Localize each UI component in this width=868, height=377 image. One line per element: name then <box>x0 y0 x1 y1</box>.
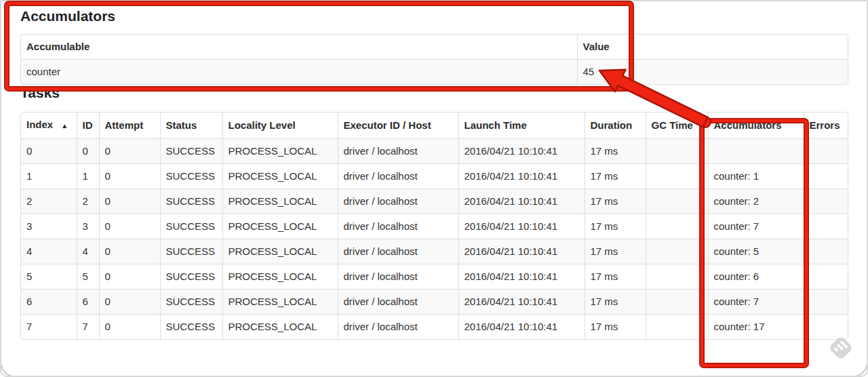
table-cell: 17 ms <box>585 189 646 214</box>
table-cell: 0 <box>21 139 77 164</box>
table-cell: SUCCESS <box>160 239 222 264</box>
table-cell: 2016/04/21 10:10:41 <box>458 315 585 340</box>
table-cell <box>708 139 804 164</box>
table-cell: PROCESS_LOCAL <box>222 315 338 340</box>
index-column-label: Index <box>26 119 53 130</box>
tasks-heading: Tasks <box>20 85 848 100</box>
table-cell: counter: 6 <box>708 264 804 290</box>
table-cell: 2 <box>77 189 99 214</box>
index-column-header[interactable]: Index▲ <box>21 113 77 139</box>
table-cell <box>646 264 708 290</box>
accumulators-table: Accumulable Value counter45 <box>20 34 848 85</box>
bottom-left-corner-curl <box>1 365 11 376</box>
table-cell <box>646 189 708 214</box>
table-cell: PROCESS_LOCAL <box>222 164 338 189</box>
table-cell: 2016/04/21 10:10:41 <box>458 290 585 315</box>
table-cell <box>646 139 708 164</box>
table-cell: SUCCESS <box>160 315 222 340</box>
table-cell: driver / localhost <box>338 315 458 340</box>
table-cell: 17 ms <box>585 139 646 164</box>
table-cell: 0 <box>99 264 160 290</box>
table-cell: driver / localhost <box>338 139 458 164</box>
launch-time-column-header[interactable]: Launch Time <box>458 113 585 139</box>
table-row: counter45 <box>21 60 848 85</box>
errors-column-header[interactable]: Errors <box>804 113 848 139</box>
accumulators-heading: Accumulators <box>20 8 848 24</box>
table-cell: driver / localhost <box>338 189 458 214</box>
table-cell <box>804 164 848 189</box>
table-cell <box>646 315 708 340</box>
table-cell: 45 <box>577 60 848 85</box>
tasks-table-body: 000SUCCESSPROCESS_LOCALdriver / localhos… <box>21 139 848 340</box>
table-cell: 2016/04/21 10:10:41 <box>458 214 585 239</box>
table-cell <box>804 290 848 315</box>
gc-time-column-header[interactable]: GC Time <box>646 113 708 139</box>
table-cell: SUCCESS <box>160 290 222 315</box>
table-cell: counter: 7 <box>708 214 804 239</box>
table-cell: counter: 7 <box>708 290 804 315</box>
table-row: 440SUCCESSPROCESS_LOCALdriver / localhos… <box>21 239 848 264</box>
attempt-column-header[interactable]: Attempt <box>99 113 160 139</box>
table-row: 770SUCCESSPROCESS_LOCALdriver / localhos… <box>21 315 848 340</box>
page-content: Accumulators Accumulable Value counter45… <box>0 0 868 340</box>
table-cell: counter: 5 <box>708 239 804 264</box>
accumulable-column-header: Accumulable <box>21 35 577 60</box>
table-cell: 4 <box>77 239 99 264</box>
table-cell: 7 <box>77 315 99 340</box>
table-cell: PROCESS_LOCAL <box>222 139 338 164</box>
table-cell: 0 <box>99 139 160 164</box>
table-cell: driver / localhost <box>338 264 458 290</box>
id-column-header[interactable]: ID <box>77 113 99 139</box>
locality-level-column-header[interactable]: Locality Level <box>222 113 338 139</box>
table-cell: 2016/04/21 10:10:41 <box>458 164 585 189</box>
table-cell <box>804 214 848 239</box>
table-cell: PROCESS_LOCAL <box>222 189 338 214</box>
table-cell: 17 ms <box>585 214 646 239</box>
table-cell: 3 <box>77 214 99 239</box>
table-cell: driver / localhost <box>338 290 458 315</box>
table-cell <box>646 239 708 264</box>
value-column-header: Value <box>577 35 848 60</box>
table-cell: PROCESS_LOCAL <box>222 264 338 290</box>
sort-ascending-icon: ▲ <box>61 122 68 130</box>
table-cell: 17 ms <box>585 315 646 340</box>
table-cell: 0 <box>99 214 160 239</box>
executor-id-host-column-header[interactable]: Executor ID / Host <box>338 113 458 139</box>
table-cell: 0 <box>99 239 160 264</box>
table-cell: 6 <box>77 290 99 315</box>
table-cell <box>804 189 848 214</box>
table-cell: counter <box>21 60 577 85</box>
table-cell: PROCESS_LOCAL <box>222 290 338 315</box>
table-cell: 0 <box>99 189 160 214</box>
table-cell: counter: 1 <box>708 164 804 189</box>
table-cell: 4 <box>21 239 77 264</box>
table-cell <box>804 239 848 264</box>
table-cell <box>804 139 848 164</box>
table-row: 660SUCCESSPROCESS_LOCALdriver / localhos… <box>21 290 848 315</box>
table-cell: 5 <box>77 264 99 290</box>
accumulators-column-header[interactable]: Accumulators <box>708 113 804 139</box>
table-cell: 0 <box>99 315 160 340</box>
table-cell: 17 ms <box>585 164 646 189</box>
table-cell: 2016/04/21 10:10:41 <box>458 264 585 290</box>
table-cell: SUCCESS <box>160 264 222 290</box>
status-column-header[interactable]: Status <box>160 113 222 139</box>
table-cell: 17 ms <box>585 239 646 264</box>
table-row: 330SUCCESSPROCESS_LOCALdriver / localhos… <box>21 214 848 239</box>
table-cell: driver / localhost <box>338 239 458 264</box>
table-cell: 5 <box>21 264 77 290</box>
accumulators-table-body: counter45 <box>21 60 848 85</box>
table-cell: SUCCESS <box>160 189 222 214</box>
table-cell: 0 <box>77 139 99 164</box>
table-cell <box>646 164 708 189</box>
duration-column-header[interactable]: Duration <box>585 113 646 139</box>
table-cell: PROCESS_LOCAL <box>222 214 338 239</box>
table-cell: SUCCESS <box>160 164 222 189</box>
table-cell: 6 <box>21 290 77 315</box>
table-cell: SUCCESS <box>160 139 222 164</box>
table-cell: 17 ms <box>585 290 646 315</box>
table-cell: counter: 17 <box>708 315 804 340</box>
table-cell: SUCCESS <box>160 214 222 239</box>
table-cell: 1 <box>77 164 99 189</box>
table-cell: driver / localhost <box>338 164 458 189</box>
